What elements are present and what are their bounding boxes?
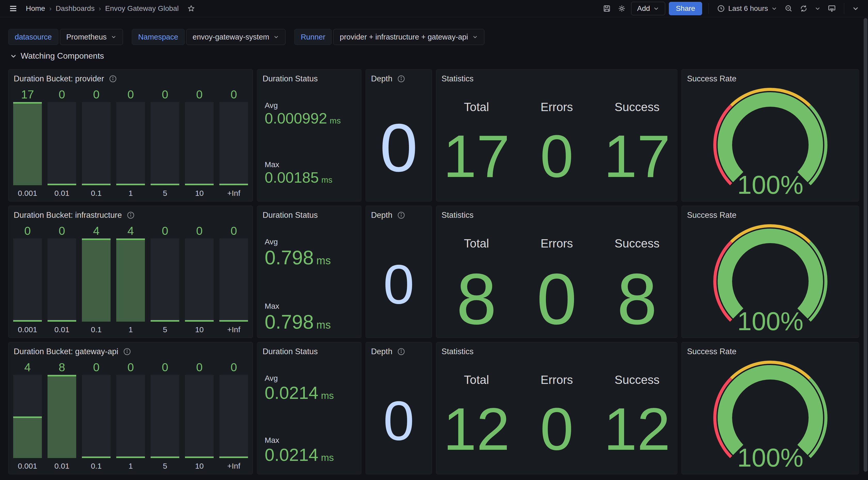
stat-max: Max 0.0214ms xyxy=(265,436,361,465)
bar-fill xyxy=(48,375,76,458)
collapse-toolbar-chevron-icon[interactable] xyxy=(850,3,861,14)
bar-track xyxy=(116,102,145,185)
stat-success: Success 12 xyxy=(597,357,677,474)
bar-value-label: 0 xyxy=(48,87,76,102)
bar-track xyxy=(48,102,76,185)
dashboard-variables: datasource Prometheus Namespace envoy-ga… xyxy=(8,29,485,45)
panel-title: Duration Bucket: gateway-api xyxy=(14,347,118,356)
panel-header[interactable]: Statistics xyxy=(436,206,677,220)
time-range-label: Last 6 hours xyxy=(728,4,768,13)
variable-value: provider + infrastructure + gateway-api xyxy=(340,33,468,41)
stat-unit: ms xyxy=(330,116,341,125)
panel-statistics-infrastructure: Statistics Total 8 Errors 0 Success 8 xyxy=(436,206,677,338)
stat-total: Total 8 xyxy=(436,220,517,338)
bucket-bar-column: 0 0.1 xyxy=(82,87,111,198)
panel-header[interactable]: Depth xyxy=(366,206,432,220)
bar-fill xyxy=(13,102,42,185)
variable-value: Prometheus xyxy=(66,33,107,41)
stat-value: 0.798 xyxy=(265,311,314,333)
scrollbar-track xyxy=(864,18,867,478)
refresh-icon[interactable] xyxy=(798,3,809,14)
panel-success-rate-infrastructure: Success Rate 100% xyxy=(681,206,859,338)
bar-track xyxy=(13,375,42,458)
share-button[interactable]: Share xyxy=(669,2,702,15)
stat-label: Avg xyxy=(265,374,361,383)
panel-statistics-provider: Statistics Total 17 Errors 0 Success 17 xyxy=(436,69,677,202)
bar-value-label: 0 xyxy=(151,223,179,238)
chevron-down-icon xyxy=(771,5,777,11)
bar-x-label: +Inf xyxy=(219,185,248,198)
bucket-bar-column: 0 5 xyxy=(151,223,179,334)
info-icon[interactable] xyxy=(397,74,405,83)
bar-x-label: +Inf xyxy=(219,458,248,471)
panel-header[interactable]: Statistics xyxy=(436,342,677,357)
stat-errors: Errors 0 xyxy=(517,220,597,338)
stat-unit: ms xyxy=(316,254,331,267)
panel-header[interactable]: Duration Bucket: provider xyxy=(8,69,253,84)
bar-track xyxy=(185,375,214,458)
panel-title: Duration Status xyxy=(262,347,318,356)
bar-track xyxy=(151,102,179,185)
zoom-out-icon[interactable] xyxy=(783,3,795,14)
panel-header[interactable]: Duration Bucket: infrastructure xyxy=(8,206,253,220)
variable-value-dropdown[interactable]: Prometheus xyxy=(60,29,123,45)
stat-success: Success 8 xyxy=(597,220,677,338)
row-toggle-watching-components[interactable]: Watching Components xyxy=(10,51,104,61)
bar-x-label: 0.1 xyxy=(82,458,111,471)
breadcrumb-home[interactable]: Home xyxy=(26,4,45,13)
variable-value-dropdown[interactable]: envoy-gateway-system xyxy=(186,29,286,45)
panel-header[interactable]: Depth xyxy=(366,69,432,84)
panel-header[interactable]: Duration Status xyxy=(257,206,361,220)
info-icon[interactable] xyxy=(127,211,135,219)
variable-value-dropdown[interactable]: provider + infrastructure + gateway-api xyxy=(333,29,484,45)
breadcrumb-dashboards[interactable]: Dashboards xyxy=(56,4,95,13)
add-button[interactable]: Add xyxy=(631,2,665,15)
panel-header[interactable]: Success Rate xyxy=(682,342,859,357)
bar-value-label: 0 xyxy=(48,223,76,238)
bar-x-label: 1 xyxy=(116,322,145,334)
stat-value: 17 xyxy=(436,126,517,186)
panel-header[interactable]: Duration Status xyxy=(257,69,361,84)
panel-header[interactable]: Statistics xyxy=(436,69,677,84)
scrollbar-thumb[interactable] xyxy=(864,18,867,472)
chevron-down-icon xyxy=(273,34,279,40)
save-icon[interactable] xyxy=(601,3,613,14)
info-icon[interactable] xyxy=(123,348,131,356)
panel-depth-gateway-api: Depth 0 xyxy=(366,342,432,474)
panel-title: Depth xyxy=(371,74,393,84)
panel-header[interactable]: Success Rate xyxy=(682,69,859,84)
bar-track xyxy=(48,375,76,458)
chevron-down-icon xyxy=(653,5,659,11)
panel-header[interactable]: Duration Status xyxy=(257,342,361,357)
panel-title: Duration Bucket: provider xyxy=(14,74,104,84)
bar-value-label: 4 xyxy=(116,223,145,238)
depth-value: 0 xyxy=(383,256,414,312)
bucket-bar-column: 0 +Inf xyxy=(219,223,248,334)
star-icon[interactable] xyxy=(185,3,197,14)
refresh-interval-chevron-icon[interactable] xyxy=(813,4,822,13)
info-icon[interactable] xyxy=(397,211,405,219)
chevron-down-icon xyxy=(111,34,117,40)
bucket-bar-column: 0 1 xyxy=(116,360,145,471)
bar-value-label: 0 xyxy=(13,223,42,238)
menu-icon[interactable] xyxy=(7,3,19,14)
bucket-bar-column: 0 10 xyxy=(185,87,214,198)
chevron-down-icon xyxy=(10,53,17,60)
panel-header[interactable]: Success Rate xyxy=(682,206,859,220)
panel-title: Success Rate xyxy=(687,211,736,220)
panel-header[interactable]: Duration Bucket: gateway-api xyxy=(8,342,253,357)
bucket-bar-column: 0 +Inf xyxy=(219,360,248,471)
bar-value-label: 8 xyxy=(48,360,76,375)
clock-icon xyxy=(717,4,725,13)
gear-icon[interactable] xyxy=(616,3,627,14)
monitor-icon[interactable] xyxy=(826,3,838,14)
info-icon[interactable] xyxy=(109,74,117,83)
time-range-picker[interactable]: Last 6 hours xyxy=(715,2,779,15)
bar-x-label: 1 xyxy=(116,458,145,471)
bar-track xyxy=(82,375,111,458)
stat-value: 0.000992 xyxy=(265,110,327,127)
bar-x-label: 0.01 xyxy=(48,185,76,198)
info-icon[interactable] xyxy=(397,348,405,356)
panel-header[interactable]: Depth xyxy=(366,342,432,357)
bar-x-label: 5 xyxy=(151,322,179,334)
